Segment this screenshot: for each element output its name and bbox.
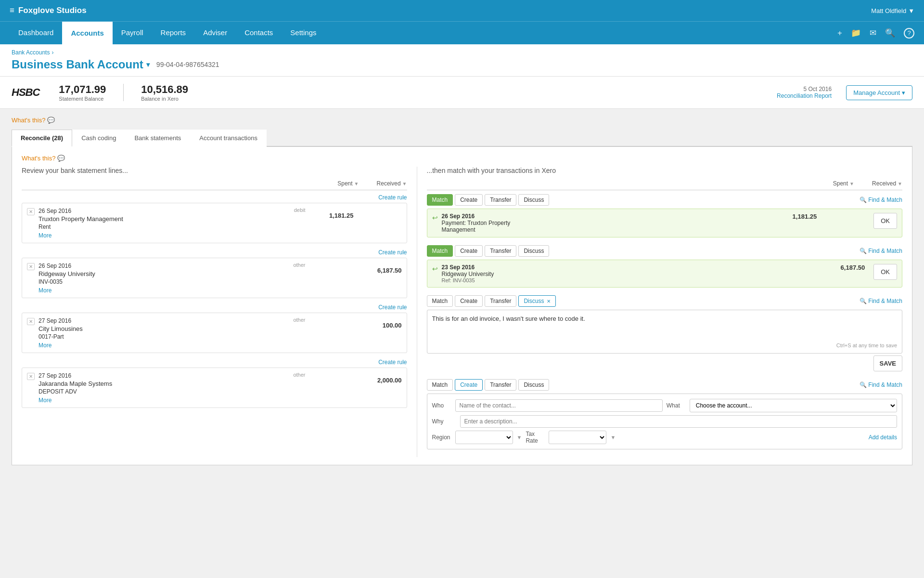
match-tab-3-discuss-close[interactable]: ✕ xyxy=(547,299,551,304)
create-who-row: Who What Choose the account... xyxy=(432,399,898,412)
match-tab-4-create[interactable]: Create xyxy=(455,379,483,391)
manage-account-arrow: ▾ xyxy=(902,89,905,96)
create-why-row: Why xyxy=(432,415,898,428)
match-tab-2-transfer[interactable]: Transfer xyxy=(485,245,516,257)
match-spent-2 xyxy=(769,264,817,271)
recon-report-link[interactable]: Reconciliation Report xyxy=(777,92,832,99)
stmt-more-2[interactable]: More xyxy=(38,287,306,294)
title-dropdown-arrow[interactable]: ▾ xyxy=(146,61,150,68)
whats-this-1[interactable]: What's this? 💬 xyxy=(12,117,912,124)
discuss-textarea[interactable]: This is for an old invoice, I wasn't sur… xyxy=(432,315,898,339)
tab-reconcile[interactable]: Reconcile (28) xyxy=(12,130,72,147)
create-rule-3[interactable]: Create rule xyxy=(22,304,407,311)
create-rule-2[interactable]: Create rule xyxy=(22,249,407,256)
right-col-spent[interactable]: Spent ▼ xyxy=(806,180,854,187)
match-block-1: Match Create Transfer Discuss 🔍 Find & M… xyxy=(427,194,903,237)
tab-bank-statements[interactable]: Bank statements xyxy=(125,130,190,147)
breadcrumb-text[interactable]: Bank Accounts xyxy=(12,49,50,56)
match-tab-1-match[interactable]: Match xyxy=(427,194,453,206)
find-match-4-text: Find & Match xyxy=(868,381,902,388)
ok-button-1[interactable]: OK xyxy=(873,213,897,229)
help-icon[interactable]: ? xyxy=(904,28,914,39)
nav-accounts[interactable]: Accounts xyxy=(62,22,112,44)
find-match-3-text: Find & Match xyxy=(868,298,902,304)
folder-icon[interactable]: 📁 xyxy=(851,28,861,38)
match-tab-2-match[interactable]: Match xyxy=(427,245,453,257)
match-tab-4-discuss[interactable]: Discuss xyxy=(518,379,549,391)
find-match-1[interactable]: 🔍 Find & Match xyxy=(860,197,902,203)
match-tab-1-transfer[interactable]: Transfer xyxy=(485,194,516,206)
nav-contacts[interactable]: Contacts xyxy=(236,22,282,44)
create-rule-1[interactable]: Create rule xyxy=(22,194,407,201)
left-col-spent[interactable]: Spent ▼ xyxy=(311,180,359,187)
match-tab-1-discuss[interactable]: Discuss xyxy=(518,194,549,206)
match-tab-3-discuss[interactable]: Discuss ✕ xyxy=(518,295,556,307)
stmt-type-3: other xyxy=(293,317,305,323)
stmt-block-1: Create rule ✕ 26 Sep 2016 debit Truxton … xyxy=(22,194,407,243)
why-input[interactable] xyxy=(460,415,898,428)
manage-account-button[interactable]: Manage Account ▾ xyxy=(846,85,912,100)
stmt-close-1[interactable]: ✕ xyxy=(27,208,35,215)
match-tab-4-transfer[interactable]: Transfer xyxy=(485,379,516,391)
nav-bar: Dashboard Accounts Payroll Reports Advis… xyxy=(0,21,924,44)
stmt-more-4[interactable]: More xyxy=(38,397,306,404)
match-tab-3-create[interactable]: Create xyxy=(455,295,483,307)
stmt-received-1 xyxy=(354,207,402,219)
manage-account-label: Manage Account xyxy=(853,89,900,96)
stmt-close-3[interactable]: ✕ xyxy=(27,318,35,325)
match-tabs-3: Match Create Transfer Discuss ✕ xyxy=(427,295,860,307)
match-tab-3-match[interactable]: Match xyxy=(427,295,453,307)
stmt-close-2[interactable]: ✕ xyxy=(27,263,35,270)
user-dropdown-arrow: ▼ xyxy=(908,7,914,14)
tab-account-transactions[interactable]: Account transactions xyxy=(190,130,267,147)
whats-this-2[interactable]: What's this? 💬 xyxy=(22,155,902,162)
region-row: Region ▼ Tax Rate ▼ Add details xyxy=(432,431,898,444)
stmt-info-4: 27 Sep 2016 other Jakaranda Maple System… xyxy=(38,372,306,404)
match-tab-2-create[interactable]: Create xyxy=(455,245,483,257)
left-received-label: Received xyxy=(377,180,401,187)
match-tab-3-transfer[interactable]: Transfer xyxy=(485,295,516,307)
nav-reports[interactable]: Reports xyxy=(152,22,195,44)
match-info-2: 23 Sep 2016 Ridgeway University Ref: INV… xyxy=(442,264,765,283)
create-block: Who What Choose the account... Why xyxy=(427,394,903,449)
mail-icon[interactable]: ✉ xyxy=(870,28,876,38)
main-content: What's this? 💬 Reconcile (28) Cash codin… xyxy=(0,109,924,473)
left-col-received[interactable]: Received ▼ xyxy=(359,180,407,187)
stmt-date-2: 26 Sep 2016 xyxy=(38,263,71,269)
stmt-name-4: Jakaranda Maple Systems xyxy=(38,380,306,387)
stmt-more-1[interactable]: More xyxy=(38,232,306,239)
statement-line-4: ✕ 27 Sep 2016 other Jakaranda Maple Syst… xyxy=(22,368,407,408)
breadcrumb[interactable]: Bank Accounts › xyxy=(12,49,912,56)
tax-select[interactable] xyxy=(549,431,606,444)
nav-dashboard[interactable]: Dashboard xyxy=(10,22,62,44)
region-select[interactable] xyxy=(455,431,513,444)
find-match-4[interactable]: 🔍 Find & Match xyxy=(860,381,902,388)
stmt-block-2: Create rule ✕ 26 Sep 2016 other Ridgeway… xyxy=(22,249,407,298)
nav-payroll[interactable]: Payroll xyxy=(113,22,152,44)
match-tab-2-discuss[interactable]: Discuss xyxy=(518,245,549,257)
add-details-link[interactable]: Add details xyxy=(869,434,897,441)
find-match-3[interactable]: 🔍 Find & Match xyxy=(860,298,902,304)
ok-button-2[interactable]: OK xyxy=(873,264,897,280)
stmt-more-3[interactable]: More xyxy=(38,342,306,349)
right-col-received[interactable]: Received ▼ xyxy=(854,180,902,187)
page-title-row: Business Bank Account ▾ 99-04-04-9876543… xyxy=(12,58,912,76)
user-menu[interactable]: Matt Oldfield ▼ xyxy=(871,7,914,14)
save-button[interactable]: SAVE xyxy=(873,355,902,371)
nav-settings[interactable]: Settings xyxy=(282,22,325,44)
stmt-type-4: other xyxy=(293,372,305,378)
search-icon[interactable]: 🔍 xyxy=(885,28,895,38)
stmt-close-4[interactable]: ✕ xyxy=(27,373,35,380)
tab-cash-coding[interactable]: Cash coding xyxy=(72,130,125,147)
add-icon[interactable]: + xyxy=(837,28,842,38)
whats-this-2-icon: 💬 xyxy=(57,155,65,162)
match-date-1: 26 Sep 2016 xyxy=(442,213,765,220)
match-tab-4-match[interactable]: Match xyxy=(427,379,453,391)
username: Matt Oldfield xyxy=(871,7,906,14)
find-match-2[interactable]: 🔍 Find & Match xyxy=(860,248,902,254)
create-rule-4[interactable]: Create rule xyxy=(22,359,407,366)
match-tab-1-create[interactable]: Create xyxy=(455,194,483,206)
what-select[interactable]: Choose the account... xyxy=(690,399,897,412)
nav-adviser[interactable]: Adviser xyxy=(194,22,236,44)
who-input[interactable] xyxy=(455,399,663,412)
